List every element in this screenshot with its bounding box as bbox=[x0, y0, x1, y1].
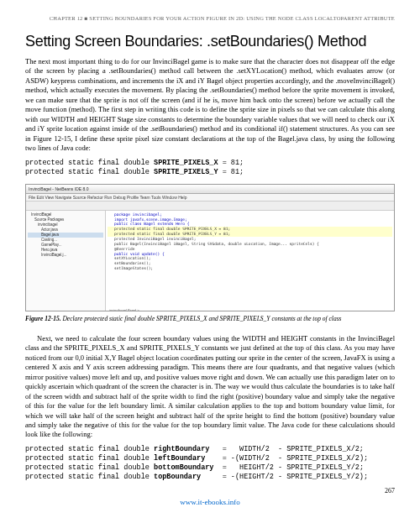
ide-menubar: File Edit View Navigate Source Refactor … bbox=[26, 194, 394, 201]
footer-link[interactable]: www.it-ebooks.info bbox=[25, 498, 395, 506]
code-block-2: protected static final double rightBound… bbox=[25, 445, 395, 482]
paragraph-2: Next, we need to calculate the four scre… bbox=[25, 334, 395, 440]
ide-project-tree: InvinciBagel Source Packages invincibage… bbox=[26, 211, 106, 311]
ide-toolbar bbox=[26, 201, 394, 211]
ide-screenshot: InvinciBagel - NetBeans IDE 8.0 File Edi… bbox=[25, 184, 395, 311]
paragraph-1: The next most important thing to do for … bbox=[25, 57, 395, 154]
ide-titlebar: InvinciBagel - NetBeans IDE 8.0 bbox=[26, 185, 394, 194]
page-number: 267 bbox=[25, 487, 395, 494]
ide-code-editor: package invincibagel; import javafx.scen… bbox=[106, 211, 394, 311]
figure-caption: Figure 12-15. Declare protected static f… bbox=[25, 315, 395, 322]
section-heading: Setting Screen Boundaries: .setBoundarie… bbox=[25, 33, 395, 50]
chapter-header: CHAPTER 12 ■ SETTING BOUNDARIES FOR YOUR… bbox=[25, 15, 395, 21]
code-block-1: protected static final double SPRITE_PIX… bbox=[25, 159, 395, 177]
